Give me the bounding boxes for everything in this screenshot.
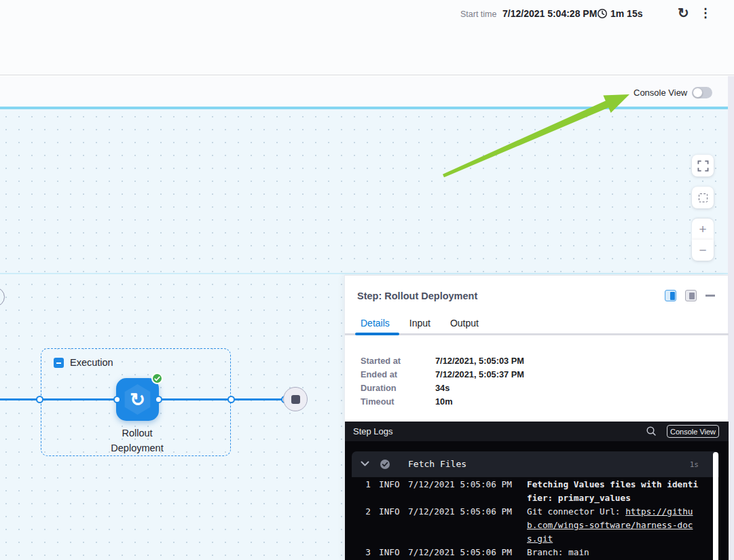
- detail-value: 7/12/2021, 5:05:03 PM: [435, 356, 524, 366]
- log-message: Fetching Values files with identifier: p…: [527, 478, 700, 505]
- success-check-badge: [151, 373, 163, 384]
- step-success-icon: [380, 459, 390, 470]
- search-icon[interactable]: [646, 426, 657, 437]
- detail-label: Ended at: [361, 369, 435, 379]
- log-line: 2INFO7/12/2021 5:05:06 PMGit connector U…: [345, 505, 729, 546]
- log-group-duration: 1s: [690, 460, 699, 469]
- detail-value: 7/12/2021, 5:05:37 PM: [435, 369, 524, 379]
- zoom-out-button[interactable]: −: [692, 240, 714, 261]
- detail-value: 34s: [435, 383, 449, 393]
- clock-icon: [597, 8, 608, 19]
- dock-bottom-layout-icon[interactable]: [685, 290, 697, 301]
- console-view-label: Console View: [634, 88, 687, 98]
- step-detail-rows: Started at7/12/2021, 5:05:03 PMEnded at7…: [361, 354, 524, 408]
- zoom-out-icon: −: [699, 243, 706, 258]
- node-label: Rollout Deployment: [100, 426, 175, 455]
- detail-row: Duration34s: [361, 381, 524, 394]
- zoom-in-button[interactable]: +: [692, 219, 714, 240]
- view-toggle-bar: Console View: [0, 76, 734, 107]
- log-link[interactable]: https://github.com/wings-software/harnes…: [527, 506, 693, 544]
- log-lines: 1INFO7/12/2021 5:05:06 PMFetching Values…: [345, 478, 729, 559]
- kebab-menu-icon[interactable]: ⋮: [699, 5, 712, 20]
- log-message: Git connector Url: https://github.com/wi…: [527, 505, 700, 546]
- toggle-knob: [693, 88, 703, 98]
- step-logs-title: Step Logs: [353, 426, 393, 436]
- elapsed-time: 1m 15s: [610, 8, 642, 19]
- connector-dot: [36, 396, 43, 403]
- panel-tabs: DetailsInputOutput: [361, 318, 479, 329]
- stop-node[interactable]: [283, 387, 308, 411]
- fit-to-screen-button[interactable]: [692, 187, 714, 208]
- log-line: 1INFO7/12/2021 5:05:06 PMFetching Values…: [345, 478, 729, 505]
- fullscreen-button[interactable]: [692, 155, 714, 176]
- log-message: Branch: main: [527, 546, 700, 559]
- refresh-icon[interactable]: ↻: [678, 5, 689, 21]
- tab-input[interactable]: Input: [409, 318, 430, 329]
- detail-row: Ended at7/12/2021, 5:05:37 PM: [361, 367, 524, 381]
- stop-square-icon: [291, 395, 300, 404]
- panel-title: Step: Rollout Deployment: [357, 291, 477, 301]
- offscreen-node-arc: [0, 287, 5, 307]
- start-time-label: Start time: [460, 10, 497, 19]
- log-group-fetch-files[interactable]: Fetch Files 1s: [352, 451, 719, 477]
- chevron-down-icon[interactable]: [361, 460, 369, 467]
- active-tab-underline: [355, 333, 399, 335]
- tab-divider: [345, 333, 729, 335]
- detail-row: Timeout10m: [361, 394, 524, 408]
- console-view-toggle[interactable]: [692, 87, 712, 98]
- pipeline-execution-view: Start time 7/12/2021 5:04:28 PM 1m 15s ↻…: [0, 0, 734, 560]
- dock-right-layout-icon[interactable]: [665, 290, 676, 301]
- detail-label: Started at: [361, 356, 435, 366]
- tab-output[interactable]: Output: [450, 318, 479, 329]
- step-logs-header: Step Logs Console View: [345, 422, 729, 441]
- rollout-refresh-icon: ↻: [116, 378, 159, 421]
- fit-to-screen-icon: [699, 193, 708, 202]
- log-line: 3INFO7/12/2021 5:05:06 PMBranch: main: [345, 546, 729, 559]
- connector-dot: [227, 396, 235, 403]
- fullscreen-icon: [697, 160, 709, 172]
- tab-details[interactable]: Details: [361, 318, 390, 329]
- page-scrollbar-track[interactable]: [728, 76, 734, 560]
- detail-label: Duration: [361, 383, 435, 393]
- connector-dot: [113, 396, 121, 403]
- step-details-panel: Step: Rollout Deployment DetailsInputOut…: [344, 275, 728, 560]
- canvas-divider: [0, 273, 728, 274]
- log-scrollbar-thumb[interactable]: [713, 452, 718, 560]
- step-logs-section: Step Logs Console View Fetch Files 1s 1I…: [345, 422, 729, 560]
- zoom-in-icon: +: [699, 222, 706, 237]
- console-view-button[interactable]: Console View: [667, 425, 719, 438]
- detail-label: Timeout: [361, 396, 435, 407]
- connector-dot: [155, 396, 162, 403]
- rollout-deployment-node[interactable]: ↻: [116, 378, 159, 421]
- execution-group-label: Execution: [70, 357, 113, 368]
- start-time-value: 7/12/2021 5:04:28 PM: [502, 8, 597, 19]
- detail-row: Started at7/12/2021, 5:05:03 PM: [361, 354, 524, 367]
- detail-value: 10m: [435, 396, 453, 407]
- minimize-panel-icon[interactable]: [705, 295, 715, 297]
- collapse-group-icon[interactable]: [54, 358, 64, 368]
- log-group-name: Fetch Files: [408, 459, 466, 469]
- top-header: Start time 7/12/2021 5:04:28 PM 1m 15s ↻…: [0, 0, 734, 75]
